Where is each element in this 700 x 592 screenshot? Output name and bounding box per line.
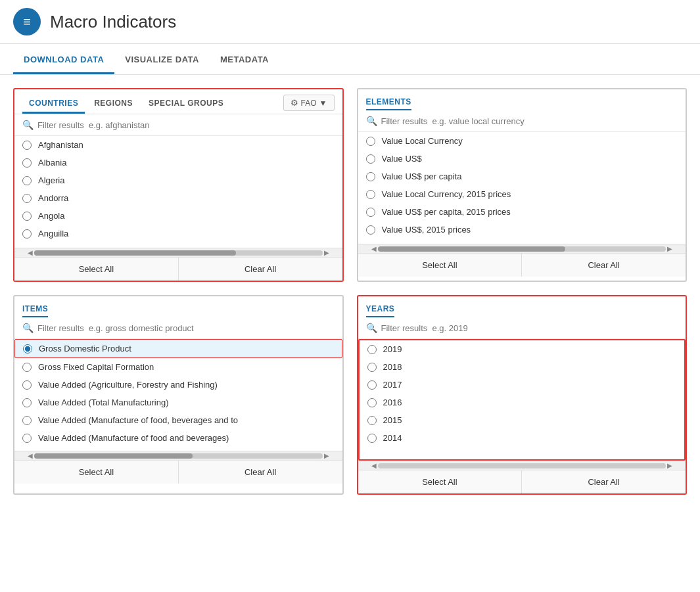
element-label-vuspc: Value US$ per capita: [382, 171, 462, 181]
years-select-all-button[interactable]: Select All: [358, 470, 523, 493]
items-list: Gross Domestic Product Gross Fixed Capit…: [14, 339, 342, 451]
tab-regions[interactable]: REGIONS: [87, 95, 139, 114]
items-filter-input[interactable]: [37, 323, 335, 333]
item-radio-va-agr[interactable]: [22, 380, 32, 390]
years-clear-all-button[interactable]: Clear All: [522, 470, 686, 493]
scroll-track: [34, 453, 323, 459]
list-item[interactable]: 2018: [360, 358, 685, 376]
years-label: YEARS: [366, 304, 395, 317]
years-filter-input[interactable]: [381, 323, 678, 333]
scroll-left-icon[interactable]: ◀: [26, 249, 34, 256]
list-item[interactable]: 2016: [360, 394, 685, 411]
element-label-vlc2015: Value Local Currency, 2015 prices: [382, 189, 511, 199]
list-item[interactable]: Angola: [14, 207, 342, 225]
countries-select-all-button[interactable]: Select All: [14, 258, 179, 281]
items-scrollbar[interactable]: ◀ ▶: [14, 451, 342, 460]
items-actions: Select All Clear All: [14, 460, 342, 484]
list-item[interactable]: Albania: [14, 154, 342, 171]
tab-countries[interactable]: COUNTRIES: [22, 95, 85, 114]
year-radio-2019[interactable]: [367, 345, 377, 354]
elements-list: Value Local Currency Value US$ Value US$…: [358, 132, 686, 244]
list-item[interactable]: Value Added (Agriculture, Forestry and F…: [14, 376, 342, 394]
elements-filter-bar: 🔍: [358, 110, 686, 132]
fao-button[interactable]: ⚙ FAO ▼: [283, 95, 335, 111]
countries-clear-all-button[interactable]: Clear All: [179, 258, 342, 281]
countries-panel: COUNTRIES REGIONS SPECIAL GROUPS ⚙ FAO ▼…: [13, 88, 344, 282]
country-radio-andorra[interactable]: [22, 194, 32, 203]
item-radio-gdp[interactable]: [23, 344, 32, 353]
scroll-left-icon[interactable]: ◀: [370, 245, 378, 252]
country-radio-algeria[interactable]: [22, 176, 32, 185]
year-label-2018: 2018: [383, 362, 402, 372]
list-item[interactable]: Afghanistan: [14, 136, 342, 154]
countries-scrollbar[interactable]: ◀ ▶: [14, 248, 342, 257]
country-radio-afghanistan[interactable]: [22, 141, 32, 150]
list-item[interactable]: 2015: [360, 411, 685, 429]
list-item[interactable]: Value Local Currency: [358, 132, 686, 150]
item-label-va-mfg: Value Added (Total Manufacturing): [38, 398, 169, 407]
list-item[interactable]: Value Local Currency, 2015 prices: [358, 185, 686, 203]
element-radio-vus[interactable]: [366, 154, 375, 164]
item-radio-va-mfg[interactable]: [22, 398, 32, 407]
country-radio-albania[interactable]: [22, 158, 32, 168]
search-icon: 🔍: [366, 323, 377, 333]
elements-filter-input[interactable]: [381, 116, 678, 126]
years-scrollbar[interactable]: ◀ ▶: [358, 461, 686, 470]
years-actions: Select All Clear All: [358, 470, 686, 493]
elements-select-all-button[interactable]: Select All: [358, 254, 523, 277]
items-select-all-button[interactable]: Select All: [14, 461, 179, 484]
country-radio-anguilla[interactable]: [22, 229, 32, 239]
scroll-left-icon[interactable]: ◀: [370, 462, 378, 469]
elements-clear-all-button[interactable]: Clear All: [522, 254, 686, 277]
item-radio-gfcf[interactable]: [22, 363, 32, 372]
element-radio-vus2015[interactable]: [366, 225, 375, 235]
elements-scrollbar[interactable]: ◀ ▶: [358, 244, 686, 253]
tab-metadata[interactable]: METADATA: [210, 47, 279, 74]
tab-download[interactable]: DOWNLOAD DATA: [13, 47, 114, 74]
item-radio-va-food[interactable]: [22, 416, 32, 425]
year-radio-2017[interactable]: [367, 380, 377, 390]
tab-special-groups[interactable]: SPECIAL GROUPS: [142, 95, 230, 114]
list-item[interactable]: Andorra: [14, 189, 342, 207]
country-label-anguilla: Anguilla: [38, 229, 68, 239]
year-radio-2016[interactable]: [367, 398, 377, 407]
country-label-afghanistan: Afghanistan: [38, 140, 83, 150]
year-radio-2018[interactable]: [367, 363, 377, 372]
scroll-right-icon[interactable]: ▶: [323, 452, 331, 459]
list-item[interactable]: 2017: [360, 376, 685, 394]
list-item[interactable]: Value Added (Manufacture of food and bev…: [14, 429, 342, 447]
tab-visualize[interactable]: VISUALIZE DATA: [114, 47, 210, 74]
chevron-down-icon: ▼: [319, 99, 327, 108]
list-item[interactable]: Value US$ per capita, 2015 prices: [358, 203, 686, 221]
items-clear-all-button[interactable]: Clear All: [179, 461, 342, 484]
main-content: COUNTRIES REGIONS SPECIAL GROUPS ⚙ FAO ▼…: [0, 75, 700, 508]
years-label-wrapper: YEARS: [358, 296, 686, 317]
element-radio-vuspc2015[interactable]: [366, 208, 375, 217]
scroll-right-icon[interactable]: ▶: [666, 245, 674, 252]
year-radio-2014[interactable]: [367, 434, 377, 443]
list-item[interactable]: Value US$, 2015 prices: [358, 221, 686, 239]
list-item[interactable]: Value US$ per capita: [358, 168, 686, 185]
element-radio-vlc[interactable]: [366, 137, 375, 146]
list-item[interactable]: 2014: [360, 429, 685, 447]
scroll-right-icon[interactable]: ▶: [323, 249, 331, 256]
list-item[interactable]: Gross Fixed Capital Formation: [14, 358, 342, 376]
element-radio-vuspc[interactable]: [366, 172, 375, 181]
item-radio-va-food2[interactable]: [22, 434, 32, 443]
country-radio-angola[interactable]: [22, 212, 32, 221]
element-radio-vlc2015[interactable]: [366, 190, 375, 199]
list-item[interactable]: Value Added (Manufacture of food, bevera…: [14, 411, 342, 429]
items-label: ITEMS: [22, 304, 48, 317]
list-item[interactable]: Value US$: [358, 150, 686, 168]
year-radio-2015[interactable]: [367, 416, 377, 425]
list-item[interactable]: Gross Domestic Product: [14, 339, 342, 358]
scroll-left-icon[interactable]: ◀: [26, 452, 34, 459]
countries-filter-input[interactable]: [37, 120, 335, 130]
elements-panel: ELEMENTS 🔍 Value Local Currency Value US…: [357, 88, 688, 282]
list-item[interactable]: 2019: [360, 340, 685, 358]
search-icon: 🔍: [22, 120, 34, 130]
list-item[interactable]: Value Added (Total Manufacturing): [14, 394, 342, 411]
scroll-right-icon[interactable]: ▶: [666, 462, 674, 469]
list-item[interactable]: Anguilla: [14, 225, 342, 242]
list-item[interactable]: Algeria: [14, 171, 342, 189]
